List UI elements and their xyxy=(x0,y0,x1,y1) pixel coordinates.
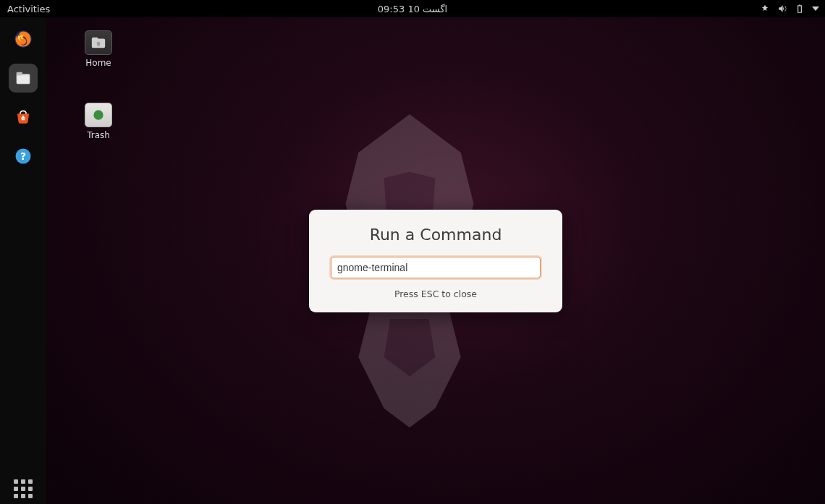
firefox-icon xyxy=(13,29,33,49)
dialog-hint: Press ESC to close xyxy=(331,289,541,299)
run-command-dialog: Run a Command Press ESC to close xyxy=(309,210,562,312)
desktop-icon-label: Home xyxy=(72,58,124,68)
volume-icon[interactable] xyxy=(777,4,787,14)
svg-text:?: ? xyxy=(20,150,26,162)
battery-icon[interactable] xyxy=(795,4,805,14)
system-tray[interactable] xyxy=(760,4,819,14)
help-icon: ? xyxy=(13,146,33,166)
apps-grid-icon xyxy=(14,479,33,498)
dock-item-help[interactable]: ? xyxy=(9,142,38,171)
svg-rect-3 xyxy=(17,76,29,84)
dock-item-files[interactable] xyxy=(9,64,38,93)
system-menu-chevron-icon[interactable] xyxy=(812,7,819,11)
desktop-icon-label: Trash xyxy=(72,130,124,140)
network-icon[interactable] xyxy=(760,4,770,14)
trash-icon xyxy=(85,103,112,127)
activities-button[interactable]: Activities xyxy=(7,4,50,14)
folder-home-icon xyxy=(85,30,112,55)
files-icon xyxy=(13,68,33,88)
command-input[interactable] xyxy=(331,257,541,278)
desktop-icon-home[interactable]: Home xyxy=(72,30,124,68)
software-icon xyxy=(13,107,33,127)
dock-item-software[interactable] xyxy=(9,103,38,132)
dock: ? xyxy=(0,17,46,504)
show-applications-button[interactable] xyxy=(0,479,46,498)
desktop[interactable]: Home Trash Run a Command Press ESC to cl… xyxy=(46,17,825,504)
svg-marker-9 xyxy=(384,318,436,376)
desktop-icon-trash[interactable]: Trash xyxy=(72,103,124,140)
svg-marker-7 xyxy=(358,293,461,427)
panel-clock[interactable]: 09:53 اگست 10 xyxy=(378,4,447,14)
svg-rect-2 xyxy=(17,72,22,76)
dialog-title: Run a Command xyxy=(331,226,541,244)
top-panel: Activities 09:53 اگست 10 xyxy=(0,0,825,17)
dock-item-firefox[interactable] xyxy=(9,25,38,54)
